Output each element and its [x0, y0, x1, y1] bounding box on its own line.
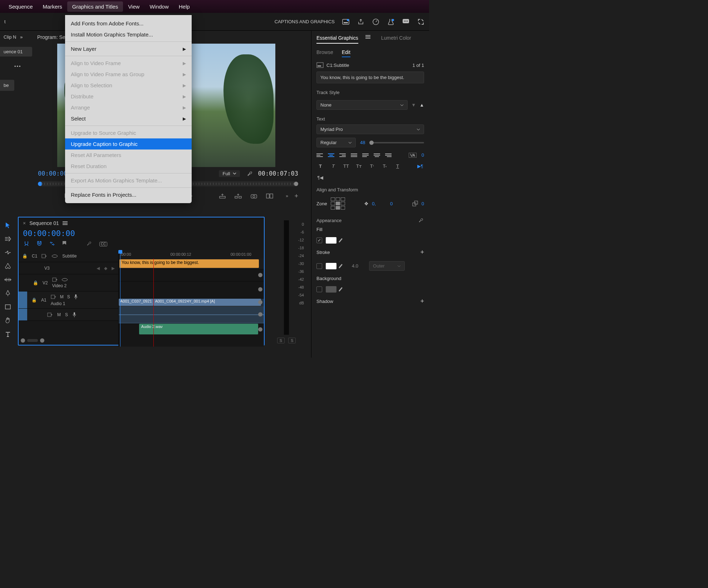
track-c1-label[interactable]: C1 — [32, 254, 37, 259]
zoom-dropdown[interactable]: Full — [219, 170, 240, 177]
gauge-icon[interactable] — [372, 18, 380, 26]
font-weight-select[interactable]: Regular — [316, 138, 356, 147]
align-left-icon[interactable] — [316, 153, 323, 157]
export-icon[interactable] — [357, 18, 365, 26]
timeline-menu-icon[interactable] — [63, 221, 68, 225]
caption-clip[interactable]: You know, this is going to be the bigges… — [119, 259, 259, 268]
kerning-value[interactable]: 0 — [422, 152, 424, 158]
camera-icon[interactable] — [250, 192, 258, 200]
keyframe-handle[interactable] — [258, 300, 262, 304]
fill-swatch[interactable] — [326, 237, 336, 244]
font-select[interactable]: Myriad Pro — [316, 124, 424, 134]
workspace-name[interactable]: CAPTIONS AND GRAPHICS — [275, 19, 335, 24]
pen-tool-icon[interactable] — [3, 288, 13, 298]
font-size-value[interactable]: 48 — [360, 140, 365, 145]
menu-help[interactable]: Help — [174, 1, 195, 12]
source-patch-icon[interactable] — [41, 254, 47, 258]
mute-button[interactable]: M — [57, 312, 61, 317]
mic-icon[interactable] — [72, 312, 77, 318]
mute-button[interactable]: M — [60, 294, 64, 299]
source-patch-icon[interactable] — [51, 295, 56, 299]
mic-icon[interactable] — [74, 294, 78, 300]
wrench-icon[interactable] — [418, 217, 424, 223]
menu-markers[interactable]: Markers — [38, 1, 67, 12]
eyedropper-icon[interactable] — [340, 287, 341, 292]
more-chevron-icon[interactable]: » — [286, 193, 288, 199]
fill-checkbox[interactable] — [316, 237, 322, 243]
eye-icon[interactable] — [51, 254, 58, 258]
stroke-swatch[interactable] — [326, 263, 336, 269]
more-icon[interactable]: ••• — [0, 57, 32, 76]
stroke-position-select[interactable]: Outer — [369, 261, 405, 271]
solo-button[interactable]: S — [67, 294, 70, 299]
scale-icon[interactable] — [412, 201, 418, 206]
move-icon[interactable]: ✥ — [364, 201, 368, 206]
align-center-icon[interactable] — [328, 153, 334, 157]
background-checkbox[interactable] — [316, 286, 322, 292]
menu-item-install-motion-graphics-template[interactable]: Install Motion Graphics Template... — [65, 29, 192, 40]
menu-window[interactable]: Window — [144, 1, 173, 12]
eyedropper-icon[interactable] — [340, 264, 341, 269]
track-style-select[interactable]: None — [316, 100, 408, 110]
cc-icon[interactable]: CC — [99, 242, 107, 246]
zone-y[interactable]: 0 — [390, 201, 393, 206]
keyframe-handle[interactable] — [258, 327, 262, 332]
razor-tool-icon[interactable] — [3, 261, 13, 271]
eyedropper-icon[interactable] — [340, 238, 341, 243]
zoom-handle-right[interactable] — [40, 338, 44, 343]
subtab-edit[interactable]: Edit — [342, 49, 350, 57]
zone-grid[interactable] — [331, 197, 345, 210]
solo-button[interactable]: S — [65, 312, 68, 317]
marker-add-icon[interactable] — [62, 241, 69, 247]
caption-text-input[interactable]: You know, this is going to be the bigges… — [316, 72, 424, 83]
eye-icon[interactable] — [62, 278, 68, 282]
sequence-name[interactable]: Sequence 01 — [29, 220, 59, 226]
align-justify-last-center-icon[interactable] — [374, 153, 380, 157]
rectangle-tool-icon[interactable] — [3, 302, 13, 312]
track-v3-label[interactable]: V3 — [44, 266, 50, 271]
ltr-icon[interactable]: ▶¶ — [416, 163, 424, 169]
stroke-width[interactable]: 4.0 — [352, 263, 358, 269]
linked-selection-icon[interactable] — [49, 241, 56, 247]
push-up-icon[interactable]: ▲ — [419, 102, 424, 108]
compare-icon[interactable] — [266, 192, 274, 200]
audio-patch-a1[interactable] — [19, 291, 27, 308]
subtab-browse[interactable]: Browse — [316, 49, 333, 57]
zone-x[interactable]: 0, — [372, 201, 376, 206]
align-justify-icon[interactable] — [351, 153, 357, 157]
lock-icon[interactable]: 🔒 — [22, 254, 28, 259]
source-patch-icon[interactable] — [47, 313, 53, 317]
track-select-tool-icon[interactable] — [3, 234, 13, 244]
type-tool-icon[interactable] — [3, 329, 13, 339]
video-clip-a[interactable]: A001_C037_0921 — [119, 299, 153, 306]
zoom-bar[interactable] — [27, 339, 38, 342]
track-v2-label[interactable]: V2 — [43, 280, 48, 285]
faux-italic-icon[interactable]: T — [329, 163, 337, 169]
underline-icon[interactable]: T — [394, 163, 402, 169]
keyframe-handle[interactable] — [258, 312, 262, 317]
chevron-right-icon[interactable]: » — [20, 34, 23, 40]
solo-right[interactable]: S — [288, 338, 296, 343]
menu-view[interactable]: View — [123, 1, 144, 12]
zone-z[interactable]: 0 — [422, 201, 424, 206]
background-swatch[interactable] — [326, 286, 336, 293]
align-right-icon[interactable] — [339, 153, 346, 157]
solo-left[interactable]: S — [277, 338, 285, 343]
source-patch-icon[interactable] — [52, 278, 58, 282]
align-justify-last-left-icon[interactable] — [362, 153, 369, 157]
keyframe-handle[interactable] — [258, 273, 262, 277]
selection-tool-icon[interactable] — [3, 220, 13, 230]
menu-item-upgrade-caption-to-graphic[interactable]: Upgrade Caption to Graphic — [65, 138, 192, 150]
align-justify-last-right-icon[interactable] — [385, 153, 392, 157]
faux-bold-icon[interactable]: T — [316, 163, 324, 169]
time-ruler[interactable]: :00:00 00:00:00:12 00:00:01:00 — [119, 250, 264, 259]
superscript-icon[interactable]: T¹ — [368, 163, 376, 169]
tab-lumetri[interactable]: Lumetri Color — [381, 35, 411, 44]
bin-stub[interactable]: be — [0, 80, 14, 91]
menu-item-add-fonts-from-adobe-fonts[interactable]: Add Fonts from Adobe Fonts... — [65, 18, 192, 29]
panel-menu-icon[interactable] — [365, 35, 370, 44]
video-clip-b[interactable]: A001_C064_09224Y_001.mp4 [A] — [153, 299, 261, 306]
extract-icon[interactable] — [234, 192, 242, 200]
push-down-icon[interactable]: ▼ — [411, 102, 416, 108]
timeline-timecode[interactable]: 00:00:00:00 — [23, 229, 75, 238]
